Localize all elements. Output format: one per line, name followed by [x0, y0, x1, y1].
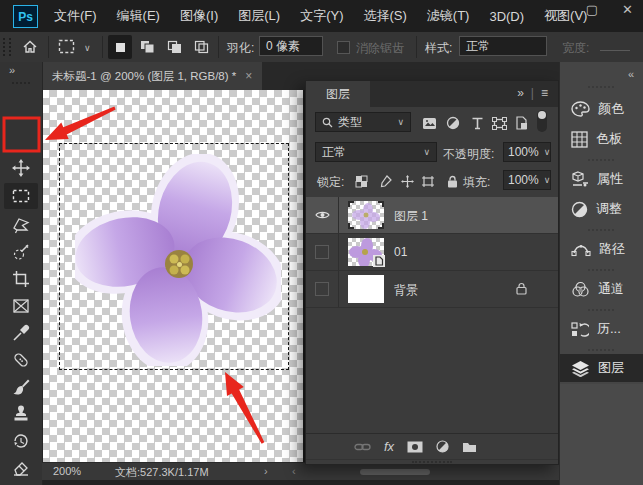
close-button[interactable]: ✕ [622, 2, 633, 17]
menu-edit[interactable]: 编辑(E) [107, 7, 170, 25]
tool-frame[interactable] [4, 293, 38, 319]
dock-grip[interactable] [588, 229, 614, 233]
layer-name[interactable]: 01 [394, 245, 407, 259]
tool-lasso[interactable] [4, 212, 38, 238]
menu-type[interactable]: 文字(Y) [290, 7, 353, 25]
visibility-toggle[interactable] [306, 197, 339, 233]
dock-panel-adjustments[interactable]: 调整 [560, 195, 643, 223]
opacity-field[interactable]: 100% ∨ [503, 142, 551, 162]
adjustment-layer-icon[interactable] [436, 440, 449, 453]
menu-3d[interactable]: 3D(D) [479, 9, 534, 24]
dock-expand-icon[interactable]: « [628, 68, 633, 80]
tool-move[interactable] [4, 155, 38, 181]
layers-tab[interactable]: 图层 [306, 81, 370, 107]
document-tab[interactable]: 未标题-1 @ 200% (图层 1, RGB/8) * × [42, 62, 262, 90]
home-icon[interactable] [22, 39, 38, 55]
feather-input[interactable]: 0 像素 [259, 36, 323, 56]
tool-brush[interactable] [4, 374, 38, 400]
subtract-from-selection-button[interactable] [162, 35, 186, 59]
layer-row-1[interactable]: 图层 1 [306, 197, 558, 234]
add-mask-icon[interactable] [407, 441, 423, 453]
zoom-level-field[interactable]: 200% [53, 465, 81, 477]
tool-quick-selection[interactable] [4, 239, 38, 265]
canvas[interactable] [42, 90, 303, 462]
lock-artboard-icon[interactable] [418, 171, 438, 191]
hidden-eye-box [315, 245, 329, 259]
lock-transparency-icon[interactable] [351, 171, 371, 191]
filter-adjustment-layers-icon[interactable] [443, 113, 463, 133]
anti-alias-checkbox[interactable] [337, 41, 350, 54]
tool-preset-icon[interactable] [58, 39, 75, 54]
tool-crop[interactable] [4, 266, 38, 292]
options-bar: ∨ 羽化: 0 像素 消除锯齿 样式: 正常 ∨ 宽度: [0, 32, 643, 63]
dock-grip[interactable] [588, 269, 614, 273]
fill-field[interactable]: 100% ∨ [503, 170, 551, 190]
add-to-selection-button[interactable] [135, 35, 159, 59]
photoshop-window: Ps 文件(F) 编辑(E) 图像(I) 图层(L) 文字(Y) 选择(S) 滤… [0, 0, 643, 485]
link-layers-icon[interactable] [354, 442, 371, 452]
tool-eyedropper[interactable] [4, 320, 38, 346]
lock-position-icon[interactable] [397, 171, 417, 191]
layer-name[interactable]: 背景 [394, 282, 418, 299]
dock-panel-properties[interactable]: 属性 [560, 165, 643, 193]
panel-resize-grip[interactable] [412, 461, 452, 465]
layer-filter-select[interactable]: 类型 ∨ [315, 112, 411, 132]
visibility-toggle[interactable] [306, 271, 339, 307]
dock-panel-layers[interactable]: 图层 [560, 354, 643, 382]
tool-history-brush[interactable] [4, 428, 38, 454]
lock-pixels-icon[interactable] [375, 171, 395, 191]
layer-thumbnail[interactable] [348, 201, 384, 229]
menu-filter[interactable]: 滤镜(T) [417, 7, 480, 25]
layer-thumbnail[interactable] [348, 238, 384, 266]
menu-image[interactable]: 图像(I) [170, 7, 228, 25]
horizontal-scrollbar-thumb[interactable] [360, 469, 430, 475]
maximize-button[interactable]: ▢ [586, 2, 598, 17]
tool-preset-chevron-icon[interactable]: ∨ [84, 43, 91, 53]
lock-all-icon[interactable] [442, 171, 462, 191]
filter-type-layers-icon[interactable] [467, 113, 487, 133]
options-grip[interactable] [3, 38, 11, 56]
scroll-left-arrow-icon[interactable]: ‹ [292, 465, 296, 477]
background-lock-icon[interactable] [516, 282, 527, 295]
layer-name[interactable]: 图层 1 [394, 208, 428, 225]
dock-grip[interactable] [588, 349, 614, 353]
dock-panel-channels[interactable]: 通道 [560, 275, 643, 303]
filter-toggle-switch[interactable] [537, 110, 547, 132]
toolbar-expand-icon[interactable]: » [9, 64, 14, 76]
layer-row-2[interactable]: 01 [306, 234, 558, 271]
intersect-selection-button[interactable] [189, 35, 213, 59]
dock-panel-color[interactable]: 颜色 [560, 95, 643, 123]
style-select[interactable]: 正常 ∨ [459, 36, 547, 56]
tabstrip-divider: | [531, 86, 534, 100]
dock-panel-swatches[interactable]: 色板 [560, 125, 643, 153]
tool-paint-bucket[interactable] [4, 481, 38, 485]
menu-layer[interactable]: 图层(L) [228, 7, 290, 25]
dock-panel-history[interactable]: 历... [560, 315, 643, 343]
status-chevron-right-icon[interactable]: › [264, 465, 268, 477]
tab-close-icon[interactable]: × [245, 69, 252, 83]
dock-panel-paths[interactable]: 路径 [560, 235, 643, 263]
layer-row-3[interactable]: 背景 [306, 271, 558, 308]
new-selection-button[interactable] [108, 35, 132, 59]
panel-menu-icon[interactable]: ≡ [541, 86, 548, 100]
filter-smart-objects-icon[interactable] [511, 113, 531, 133]
blend-mode-select[interactable]: 正常 ∨ [315, 142, 437, 162]
tool-eraser[interactable] [4, 455, 38, 481]
panel-collapse-icon[interactable]: » [517, 86, 524, 100]
tool-rectangular-marquee[interactable] [4, 183, 38, 209]
toolbar-grip[interactable] [12, 82, 30, 87]
menu-file[interactable]: 文件(F) [44, 7, 107, 25]
dock-grip[interactable] [588, 86, 614, 90]
visibility-toggle[interactable] [306, 234, 339, 270]
filter-pixel-layers-icon[interactable] [419, 113, 439, 133]
new-group-icon[interactable] [462, 441, 477, 453]
menu-select[interactable]: 选择(S) [353, 7, 416, 25]
dock-grip[interactable] [588, 309, 614, 313]
minimize-button[interactable]: — [549, 2, 562, 17]
layer-style-icon[interactable]: fx [384, 439, 394, 454]
tool-spot-healing[interactable] [4, 347, 38, 373]
filter-shape-layers-icon[interactable] [489, 113, 509, 133]
dock-grip[interactable] [588, 159, 614, 163]
layer-thumbnail[interactable] [348, 275, 384, 303]
tool-clone-stamp[interactable] [4, 401, 38, 427]
